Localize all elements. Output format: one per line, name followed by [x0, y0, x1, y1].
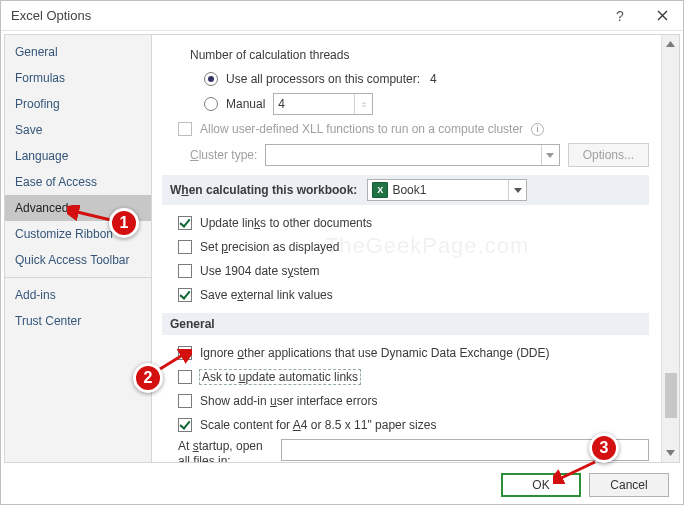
- label-use-all: Use all processors on this computer: 4: [226, 72, 437, 86]
- scroll-up-icon[interactable]: [662, 35, 680, 53]
- spinner-control[interactable]: [354, 94, 372, 114]
- sidebar-item-trust-center[interactable]: Trust Center: [5, 308, 151, 334]
- workbook-name: Book1: [392, 183, 426, 197]
- sidebar-separator: [5, 277, 151, 278]
- radio-row-manual[interactable]: Manual 4: [204, 93, 649, 115]
- close-button[interactable]: [641, 1, 683, 31]
- check-show-addin[interactable]: [178, 394, 192, 408]
- cluster-options-button: Options...: [568, 143, 649, 167]
- vertical-scrollbar[interactable]: [661, 35, 679, 462]
- radio-manual[interactable]: [204, 97, 218, 111]
- window: Excel Options ? General Formulas Proofin…: [0, 0, 684, 505]
- dialog-body: General Formulas Proofing Save Language …: [1, 31, 683, 466]
- sidebar-item-language[interactable]: Language: [5, 143, 151, 169]
- check-scale-content[interactable]: [178, 418, 192, 432]
- radio-row-use-all[interactable]: Use all processors on this computer: 4: [204, 69, 649, 89]
- help-button[interactable]: ?: [599, 1, 641, 31]
- cluster-type-combo: [265, 144, 559, 166]
- scroll-down-icon[interactable]: [662, 444, 680, 462]
- check-use-1904[interactable]: [178, 264, 192, 278]
- annotation-badge-3: 3: [589, 433, 619, 463]
- sidebar-item-save[interactable]: Save: [5, 117, 151, 143]
- manual-spinner[interactable]: 4: [273, 93, 373, 115]
- label-ask-update: Ask to update automatic links: [200, 370, 360, 384]
- content-wrap: Number of calculation threads Use all pr…: [152, 34, 680, 463]
- row-scale-content[interactable]: Scale content for A4 or 8.5 x 11" paper …: [178, 415, 649, 435]
- row-use-1904[interactable]: Use 1904 date system: [178, 261, 649, 281]
- row-save-external[interactable]: Save external link values: [178, 285, 649, 305]
- sidebar: General Formulas Proofing Save Language …: [4, 34, 152, 463]
- workbook-combo[interactable]: X Book1: [367, 179, 527, 201]
- annotation-arrow-2: [156, 349, 192, 373]
- svg-line-1: [160, 353, 186, 369]
- row-cluster-type: Cluster type: Options...: [190, 143, 649, 167]
- sidebar-item-add-ins[interactable]: Add-ins: [5, 282, 151, 308]
- sidebar-item-proofing[interactable]: Proofing: [5, 91, 151, 117]
- label-set-precision: Set precision as displayed: [200, 240, 339, 254]
- sidebar-item-ease-of-access[interactable]: Ease of Access: [5, 169, 151, 195]
- sidebar-item-formulas[interactable]: Formulas: [5, 65, 151, 91]
- label-use-1904: Use 1904 date system: [200, 264, 319, 278]
- label-manual: Manual: [226, 97, 265, 111]
- calc-threads-label: Number of calculation threads: [190, 45, 649, 65]
- radio-use-all[interactable]: [204, 72, 218, 86]
- sidebar-item-general[interactable]: General: [5, 39, 151, 65]
- label-cluster-type: Cluster type:: [190, 148, 257, 162]
- label-show-addin: Show add-in user interface errors: [200, 394, 377, 408]
- row-set-precision[interactable]: Set precision as displayed: [178, 237, 649, 257]
- label-scale-content: Scale content for A4 or 8.5 x 11" paper …: [200, 418, 436, 432]
- check-update-links[interactable]: [178, 216, 192, 230]
- sidebar-item-quick-access-toolbar[interactable]: Quick Access Toolbar: [5, 247, 151, 273]
- scroll-thumb[interactable]: [665, 373, 677, 418]
- label-allow-xll: Allow user-defined XLL functions to run …: [200, 122, 523, 136]
- label-ignore-dde: Ignore other applications that use Dynam…: [200, 346, 550, 360]
- row-ask-update[interactable]: Ask to update automatic links: [178, 367, 649, 387]
- section-label: When calculating this workbook:: [170, 183, 357, 197]
- label-save-external: Save external link values: [200, 288, 333, 302]
- annotation-badge-2: 2: [133, 363, 163, 393]
- section-general: General: [162, 313, 649, 335]
- check-save-external[interactable]: [178, 288, 192, 302]
- row-allow-xll: Allow user-defined XLL functions to run …: [178, 119, 649, 139]
- label-startup-2: all files in:: [178, 454, 273, 462]
- chevron-down-icon: [541, 145, 559, 165]
- window-title: Excel Options: [11, 8, 91, 23]
- scroll-track[interactable]: [662, 53, 680, 444]
- row-ignore-dde[interactable]: Ignore other applications that use Dynam…: [178, 343, 649, 363]
- row-update-links[interactable]: Update links to other documents: [178, 213, 649, 233]
- check-set-precision[interactable]: [178, 240, 192, 254]
- section-when-calculating: When calculating this workbook: X Book1: [162, 175, 649, 205]
- label-startup-1: At startup, open: [178, 439, 273, 454]
- check-allow-xll: [178, 122, 192, 136]
- manual-value: 4: [278, 97, 285, 111]
- cancel-button[interactable]: Cancel: [589, 473, 669, 497]
- label-calc-threads: Number of calculation threads: [190, 48, 349, 62]
- annotation-badge-1: 1: [109, 208, 139, 238]
- titlebar: Excel Options ?: [1, 1, 683, 31]
- label-update-links: Update links to other documents: [200, 216, 372, 230]
- svg-line-2: [557, 462, 595, 480]
- chevron-down-icon[interactable]: [508, 180, 526, 200]
- row-show-addin[interactable]: Show add-in user interface errors: [178, 391, 649, 411]
- excel-icon: X: [372, 182, 388, 198]
- annotation-arrow-3: [553, 460, 599, 484]
- close-icon: [657, 10, 668, 21]
- row-startup-open: At startup, open all files in:: [178, 439, 649, 462]
- info-icon[interactable]: i: [531, 123, 544, 136]
- content-area: Number of calculation threads Use all pr…: [152, 35, 661, 462]
